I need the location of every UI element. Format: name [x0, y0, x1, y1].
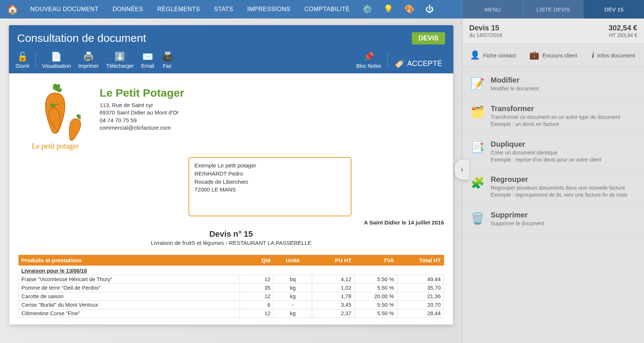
cell-total: 35,70 [397, 284, 444, 292]
cell-qty: 6 [240, 301, 274, 309]
action-title: Supprimer [491, 211, 544, 219]
cell-name: Pomme de terre "Oeil de Perdrix" [19, 284, 240, 292]
nav-donnees[interactable]: DONNÉES [107, 0, 149, 19]
tool-email[interactable]: ✉️ Email [137, 50, 158, 70]
action-transform[interactable]: 🗂️ Transformer Transformer ce document e… [463, 99, 644, 134]
panel-title: Devis 15 [469, 24, 503, 32]
col-total: Total HT [397, 255, 444, 266]
duplicate-icon: 📑 [470, 140, 485, 155]
tool-view-label: Visualisation [42, 63, 71, 69]
action-title: Modifier [491, 76, 539, 84]
cell-unit: - [274, 301, 312, 309]
nav-nouveau-document[interactable]: NOUVEAU DOCUMENT [25, 0, 104, 19]
power-icon[interactable]: ⏻ [422, 4, 437, 14]
trash-icon: 🗑️ [470, 211, 485, 226]
unlock-icon: 🔓 [17, 52, 28, 61]
theme-icon[interactable]: 🎨 [401, 4, 418, 14]
cell-tva: 5.50 % [354, 275, 397, 284]
home-icon[interactable]: 🏠 [4, 4, 21, 15]
tool-download[interactable]: ⬇️ Télécharger [103, 50, 138, 70]
pdf-icon: 📄 [51, 52, 62, 61]
tool-open[interactable]: 🔓 Ouvrir [12, 50, 33, 70]
panel-header: Devis 15 du 14/07/2016 302,54 € HT 283,8… [463, 19, 644, 44]
tab-dev-15[interactable]: DEV 15 [583, 0, 644, 19]
user-icon: 👤 [470, 50, 480, 60]
link-encours-client[interactable]: 💼 Encours client [524, 47, 583, 63]
tool-open-label: Ouvrir [16, 63, 30, 69]
transform-icon: 🗂️ [470, 104, 485, 119]
cell-total: 20,70 [397, 301, 444, 309]
right-tab-bar: MENU LISTE DEVIS DEV 15 [462, 0, 644, 19]
action-group[interactable]: 🧩 Regrouper Regrouper plusieurs document… [463, 169, 644, 205]
cell-tva: 5.50 % [354, 309, 397, 318]
tag-icon: 🏷️ [394, 59, 404, 69]
cell-pu: 3,45 [312, 301, 354, 309]
table-row: Carotte de saison12kg1,7820.00 %21,36 [19, 292, 444, 301]
table-row: Clémentine Corse "Fine"12kg2,375.50 %28,… [19, 309, 444, 318]
action-delete[interactable]: 🗑️ Supprimer Supprimer le document [463, 205, 644, 233]
link-fiche-contact[interactable]: 👤 Fiche contact [464, 47, 522, 63]
cell-name: Cerise "Burlat" du Mont Ventoux [19, 301, 240, 309]
col-unit: Unité [274, 255, 312, 266]
action-desc: Transformer ce document en un autre type… [491, 114, 620, 128]
status-accepted[interactable]: 🏷️ ACCEPTÉ [390, 59, 450, 70]
action-title: Regrouper [491, 175, 627, 184]
document-viewport: Consultation de document DEVIS 🔓 Ouvrir … [0, 19, 462, 343]
tool-fax[interactable]: 📠 Fax [158, 50, 176, 70]
panel-subtotal: HT 283,84 € [608, 32, 637, 38]
cell-qty: 12 [240, 275, 274, 284]
cell-total: 49,44 [397, 275, 444, 284]
side-panel: › Devis 15 du 14/07/2016 302,54 € HT 283… [462, 19, 644, 343]
cell-total: 21,36 [397, 292, 444, 301]
cell-name: Fraise "Vicomtesse Héricart de Thury" [19, 275, 240, 284]
nav-reglements[interactable]: RÈGLEMENTS [152, 0, 205, 19]
cell-pu: 2,37 [312, 309, 354, 318]
company-email: commercial@clicfacture.com [100, 124, 184, 131]
recipient-box: Exemple Le petit potager REINHARDT Pedro… [188, 157, 351, 216]
wallet-icon: 💼 [529, 50, 539, 60]
action-duplicate[interactable]: 📑 Dupliquer Créer un document identique … [463, 134, 644, 170]
action-modify[interactable]: 📝 Modifier Modifier le document [463, 70, 644, 99]
company-logo: Le petit potager [18, 80, 92, 150]
settings-icon[interactable]: ⚙️ [358, 4, 376, 14]
tool-print-label: Imprimer [78, 63, 99, 69]
logo-caption: Le petit potager [18, 142, 92, 150]
cell-tva: 20.00 % [354, 292, 397, 301]
cell-unit: kg [274, 292, 312, 301]
table-row: Pomme de terre "Oeil de Perdrix"35kg1,02… [19, 284, 444, 292]
cell-qty: 35 [240, 284, 274, 292]
info-icon: i [592, 50, 594, 60]
place-date: A Saint Didier le 14 juillet 2016 [18, 219, 444, 226]
recipient-line: REINHARDT Pedro [194, 170, 346, 178]
tool-print[interactable]: 🖨️ Imprimer [74, 50, 102, 70]
tab-liste-devis[interactable]: LISTE DEVIS [523, 0, 584, 19]
col-tva: TVA [354, 255, 397, 266]
download-icon: ⬇️ [114, 52, 126, 61]
panel-links: 👤 Fiche contact 💼 Encours client i Infos… [463, 44, 644, 67]
cell-unit: kg [274, 309, 312, 318]
nav-comptabilite[interactable]: COMPTABILITÉ [299, 0, 355, 19]
recipient-line: Rocade de Liberchies [194, 178, 346, 186]
devis-badge: DEVIS [412, 32, 445, 44]
nav-stats[interactable]: STATS [209, 0, 238, 19]
cell-unit: bq [274, 275, 312, 284]
cell-tva: 5.50 % [354, 301, 397, 309]
action-desc: Supprimer le document [491, 220, 544, 227]
tool-email-label: Email [141, 63, 154, 69]
nav-impressions[interactable]: IMPRESSIONS [242, 0, 296, 19]
edit-icon: 📝 [470, 76, 485, 91]
cell-total: 28,44 [397, 309, 444, 318]
tab-menu[interactable]: MENU [462, 0, 523, 19]
collapse-handle[interactable]: › [454, 159, 469, 180]
doc-number: Devis n° 15 [18, 229, 444, 239]
link-infos-document[interactable]: i Infos document [584, 47, 643, 63]
idea-icon[interactable]: 💡 [380, 4, 397, 14]
action-desc: Regrouper plusieurs documents dans une n… [491, 184, 627, 199]
tool-bloc-notes[interactable]: 📌 Bloc Notes [353, 50, 385, 70]
action-desc: Créer un document identique Exemple : re… [491, 149, 601, 163]
cell-tva: 5.50 % [354, 284, 397, 292]
recipient-line: Exemple Le petit potager [194, 161, 346, 170]
tool-view[interactable]: 📄 Visualisation [38, 50, 74, 70]
col-qty: Qté [240, 255, 274, 266]
link-contact-label: Fiche contact [483, 52, 516, 59]
